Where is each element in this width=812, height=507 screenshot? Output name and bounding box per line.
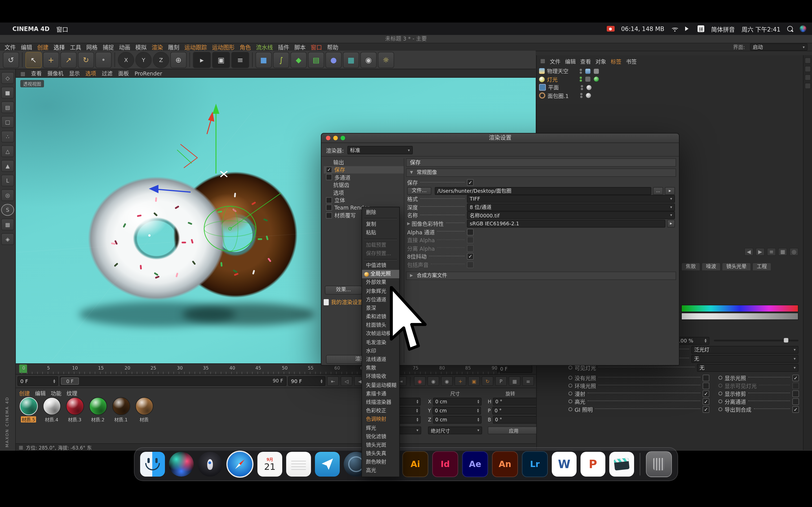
checkbox[interactable] <box>326 205 332 211</box>
menu-plugins[interactable]: 插件 <box>278 43 289 51</box>
object-row-torus[interactable]: 面包圈.1 <box>539 92 801 100</box>
screen-record-icon[interactable] <box>606 26 614 32</box>
tree-output[interactable]: 输出 <box>324 158 404 166</box>
material-item[interactable]: 材质 <box>134 397 154 422</box>
menu-pipeline[interactable]: 流水线 <box>256 43 273 51</box>
layout-tab-icon[interactable] <box>805 83 811 89</box>
record-pla-button[interactable]: ▦ <box>509 376 520 386</box>
cm-external-effects[interactable]: 外部效果 <box>362 279 399 287</box>
cm-lens-distortion[interactable]: 镜头失真 <box>362 450 399 458</box>
object-row-sky[interactable]: 物理天空 <box>539 67 801 75</box>
renderer-select[interactable]: 标准▾ <box>347 146 412 154</box>
vp-menu-view[interactable]: 查看 <box>31 69 42 77</box>
layout-tab-icon[interactable] <box>805 57 811 64</box>
size-z-field[interactable]: 0 cm▲▼ <box>433 416 481 424</box>
menu-edit[interactable]: 编辑 <box>21 43 32 51</box>
cm-sharpen-filter[interactable]: 锐化滤镜 <box>362 432 399 441</box>
add-generator-button[interactable]: ◆ <box>290 52 307 68</box>
cm-save-preset[interactable]: 保存预置... <box>362 249 399 258</box>
menu-select[interactable]: 选择 <box>54 43 65 51</box>
notes-app-icon[interactable] <box>286 452 311 476</box>
menubar-item-window[interactable]: 窗口 <box>56 24 68 33</box>
add-deformer-button[interactable]: ● <box>325 52 342 68</box>
cm-color-correction[interactable]: 色彩校正 <box>362 407 399 415</box>
om-menu-edit[interactable]: 编辑 <box>565 57 576 65</box>
object-row-plane[interactable]: 平面 <box>539 83 801 92</box>
om-menu-object[interactable]: 对象 <box>596 57 606 65</box>
scale-tool[interactable]: ↗ <box>60 52 77 68</box>
interface-select[interactable]: 启动▾ <box>750 43 808 51</box>
vp-menu-filter[interactable]: 过滤 <box>102 69 112 77</box>
depth-select[interactable]: 8 位/通道▾ <box>467 203 675 211</box>
viewport-view-label[interactable]: 透视视图 <box>20 80 44 87</box>
checkbox[interactable] <box>792 390 799 397</box>
tree-multipass[interactable]: 多通道 <box>324 173 404 181</box>
illustrator-app-icon[interactable]: Ai <box>402 451 428 477</box>
render-picture-viewer-button[interactable]: ▣ <box>212 52 230 68</box>
am-lock-icon[interactable]: ◎ <box>790 248 799 256</box>
checkbox[interactable]: ✓ <box>703 398 709 405</box>
checkbox[interactable] <box>703 382 709 389</box>
cm-lens-flare[interactable]: 镜头光斑 <box>362 441 399 450</box>
add-environment-button[interactable]: ▦ <box>343 52 359 68</box>
color-profile-field[interactable]: sRGB IEC61966-2.1 <box>467 220 665 228</box>
finder-app-icon[interactable] <box>140 452 165 476</box>
keyframe-selection-button[interactable]: ◉ <box>441 376 453 386</box>
cm-subframe-motion-blur[interactable]: 次帧运动模糊 <box>362 330 399 338</box>
cm-cel-renderer[interactable]: 线描渲染器 <box>362 398 399 407</box>
tab-caustics[interactable]: 焦散 <box>681 263 700 271</box>
lock-z-button[interactable]: Z <box>153 52 169 68</box>
am-grid-icon[interactable]: ▦ <box>778 248 787 256</box>
volume-icon[interactable] <box>685 26 691 31</box>
tag-icon[interactable] <box>594 69 599 74</box>
size-y-field[interactable]: 0 cm▲▼ <box>433 407 481 414</box>
profile-expand-button[interactable]: ▸ <box>667 220 675 228</box>
file-button[interactable]: 文件... <box>407 187 431 194</box>
file-expand-button[interactable]: ▸ <box>665 187 675 194</box>
prev-key-button[interactable]: ◁ <box>341 376 352 386</box>
trash-icon[interactable] <box>646 451 672 477</box>
cm-sketch-toon[interactable]: 素描卡通 <box>362 390 399 398</box>
coords-size-mode-select[interactable]: 绝对尺寸▾ <box>428 427 482 434</box>
tree-stereo[interactable]: 立体 <box>324 196 404 204</box>
lock-y-button[interactable]: Y <box>135 52 152 68</box>
visibility-dots-icon[interactable] <box>581 85 583 90</box>
material-item[interactable]: 材质.2 <box>87 397 108 422</box>
checkbox[interactable]: ✓ <box>326 167 332 173</box>
record-scale-button[interactable]: ▣ <box>468 376 480 386</box>
enable-axis-icon[interactable]: L <box>1 175 14 186</box>
section-regular-image[interactable]: ▼常规图像 <box>406 168 676 177</box>
input-method-icon[interactable]: 拼 <box>698 25 704 32</box>
siri-app-icon[interactable] <box>169 452 194 476</box>
cm-hair-render[interactable]: 毛发渲染 <box>362 338 399 347</box>
checkbox[interactable] <box>703 374 709 381</box>
rotation-p-field[interactable]: 0 °▲▼ <box>492 407 541 414</box>
input-method-label[interactable]: 简体拼音 <box>711 24 735 33</box>
dialog-titlebar[interactable]: 渲染设置 <box>321 133 679 143</box>
om-menu-tags[interactable]: 标签 <box>611 57 621 65</box>
visibility-dots-icon[interactable] <box>580 93 582 98</box>
cm-normal-pass[interactable]: 法线通道 <box>362 355 399 364</box>
siri-icon[interactable] <box>800 25 806 32</box>
menu-window[interactable]: 窗口 <box>311 43 322 51</box>
format-select[interactable]: TIFF▾ <box>467 195 675 203</box>
cm-tone-mapping[interactable]: 色调映射 <box>362 415 399 424</box>
mat-tab-create[interactable]: 创建 <box>19 389 30 397</box>
name-select[interactable]: 名称0000.tif▾ <box>467 212 675 219</box>
checkbox[interactable]: ✓ <box>703 406 709 413</box>
indesign-app-icon[interactable]: Id <box>432 451 458 477</box>
points-mode-icon[interactable]: ∴ <box>1 131 14 143</box>
viewport-grid-icon[interactable]: ▦ <box>20 70 26 76</box>
minimize-icon[interactable] <box>333 136 338 140</box>
cm-vector-motion-blur[interactable]: 矢量运动模糊 <box>362 381 399 390</box>
timeline-options-button[interactable]: ≡ <box>522 376 534 386</box>
material-item[interactable]: 材质.5 <box>18 397 39 422</box>
om-menu-view[interactable]: 查看 <box>580 57 591 65</box>
render-view-button[interactable]: ▸ <box>193 52 211 68</box>
add-camera-button[interactable]: ◉ <box>360 52 377 68</box>
menu-mograph[interactable]: 运动图形 <box>212 43 235 51</box>
animate-app-icon[interactable]: An <box>492 451 518 477</box>
model-mode-icon[interactable]: ■ <box>1 87 14 99</box>
mat-tab-texture[interactable]: 纹理 <box>66 389 77 397</box>
material-sphere[interactable] <box>135 397 153 415</box>
